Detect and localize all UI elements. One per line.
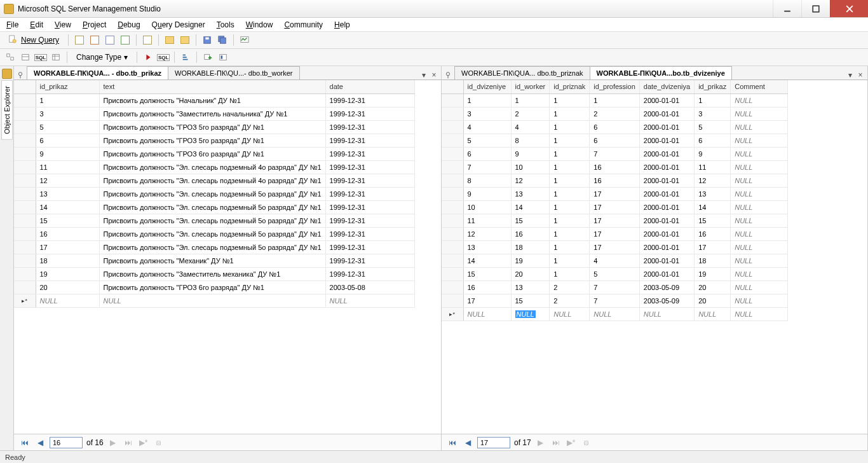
pin-icon[interactable]	[442, 71, 454, 79]
cell[interactable]: NULL	[731, 200, 788, 214]
cell[interactable]: 2000-01-01	[639, 214, 694, 227]
open-recent-button[interactable]	[179, 34, 191, 46]
cell[interactable]: 17	[590, 187, 639, 200]
cell[interactable]: 12	[511, 174, 550, 187]
cell[interactable]: 6	[695, 134, 731, 147]
cell[interactable]: NULL	[731, 254, 788, 267]
nav-new-button[interactable]: ▶*	[566, 437, 577, 448]
cell[interactable]: 2000-01-01	[639, 254, 694, 267]
cell[interactable]: 16	[463, 280, 511, 294]
cell[interactable]: 17	[590, 227, 639, 240]
column-header[interactable]: text	[99, 80, 325, 93]
cell[interactable]: Присвоить должность "Заместитель механик…	[99, 267, 325, 280]
cell[interactable]: 13	[511, 280, 550, 294]
nav-current-input[interactable]	[50, 437, 83, 448]
cell[interactable]: 1	[550, 187, 590, 200]
row-selector[interactable]	[14, 107, 36, 120]
save-button[interactable]	[201, 34, 214, 46]
cell[interactable]: 10	[463, 200, 511, 214]
cell[interactable]: 1999-12-31	[325, 174, 414, 187]
cell[interactable]: 14	[36, 200, 99, 214]
cell[interactable]: 1999-12-31	[325, 160, 414, 174]
cell[interactable]: 2000-01-01	[639, 160, 694, 174]
cell[interactable]: 8	[511, 134, 550, 147]
cell[interactable]: 16	[36, 227, 99, 240]
cell[interactable]: 16	[695, 227, 731, 240]
show-sql-button[interactable]: SQL	[34, 51, 47, 64]
tab-dropdown-icon[interactable]: ▾	[846, 71, 855, 79]
menu-community[interactable]: Community	[284, 20, 323, 29]
cell[interactable]: NULL	[639, 307, 694, 321]
maximize-button[interactable]	[801, 0, 830, 17]
cell[interactable]: 19	[36, 267, 99, 280]
cell[interactable]: 2	[511, 107, 550, 120]
cell[interactable]: NULL	[731, 93, 788, 107]
row-selector[interactable]	[14, 160, 36, 174]
cell[interactable]: Присвоить должность "Эл. слесарь подземн…	[99, 200, 325, 214]
menu-window[interactable]: Window	[246, 20, 273, 29]
cell[interactable]: 14	[511, 200, 550, 214]
cell[interactable]: Присвоить должность "ГРОЗ 5го разряда" Д…	[99, 134, 325, 147]
cell[interactable]: 18	[511, 240, 550, 254]
row-selector[interactable]	[14, 187, 36, 200]
sort-asc-button[interactable]	[179, 51, 192, 64]
cell[interactable]: NULL	[99, 294, 325, 307]
cell[interactable]: 7	[590, 294, 639, 307]
cell[interactable]: Присвоить должность "Эл. слесарь подземн…	[99, 187, 325, 200]
nav-stop-button[interactable]: ⦻	[581, 437, 592, 448]
row-selector[interactable]	[442, 240, 463, 254]
column-header[interactable]: date	[325, 80, 414, 93]
row-selector[interactable]	[14, 227, 36, 240]
execute-button[interactable]	[142, 51, 154, 64]
cell[interactable]: 19	[695, 267, 731, 280]
new-query-button[interactable]: New Query	[4, 34, 64, 46]
left-tab-1[interactable]: WORKABLE-ПК\QU...- dbo.tb_worker	[168, 66, 299, 79]
close-button[interactable]	[830, 0, 868, 17]
tb-btn-3[interactable]	[104, 34, 116, 46]
cell[interactable]: Присвоить должность "Эл. слесарь подземн…	[99, 227, 325, 240]
minimize-button[interactable]	[773, 0, 801, 17]
cell[interactable]: NULL	[731, 107, 788, 120]
cell[interactable]: NULL	[36, 294, 99, 307]
cell[interactable]: 1	[590, 93, 639, 107]
cell[interactable]: 5	[36, 120, 99, 134]
cell[interactable]: 20	[695, 280, 731, 294]
cell[interactable]: Присвоить должность "ГРОЗ 6го разряда" Д…	[99, 147, 325, 160]
cell[interactable]: 1	[550, 134, 590, 147]
cell[interactable]: 5	[463, 134, 511, 147]
row-selector[interactable]	[442, 93, 463, 107]
tb-btn-2[interactable]	[88, 34, 101, 46]
nav-last-button[interactable]: ⏭	[550, 437, 562, 448]
row-selector[interactable]	[442, 280, 463, 294]
cell[interactable]: 1999-12-31	[325, 147, 414, 160]
nav-current-input[interactable]	[477, 437, 510, 448]
row-selector[interactable]	[14, 134, 36, 147]
column-header[interactable]: Comment	[731, 80, 788, 93]
cell[interactable]: 1	[695, 93, 731, 107]
cell[interactable]: Присвоить должность "Эл. слесарь подземн…	[99, 174, 325, 187]
cell[interactable]: 1999-12-31	[325, 214, 414, 227]
cell[interactable]: 19	[511, 254, 550, 267]
row-selector[interactable]	[14, 240, 36, 254]
add-table-button[interactable]	[201, 51, 214, 64]
cell[interactable]: 17	[36, 240, 99, 254]
row-selector[interactable]	[442, 174, 463, 187]
tb-btn-1[interactable]	[73, 34, 86, 46]
cell[interactable]: 1999-12-31	[325, 254, 414, 267]
cell[interactable]: NULL	[731, 267, 788, 280]
row-selector[interactable]	[442, 147, 463, 160]
cell[interactable]: 17	[590, 214, 639, 227]
cell[interactable]: 1	[550, 240, 590, 254]
cell[interactable]: NULL	[731, 280, 788, 294]
cell[interactable]: Присвоить должность "Эл. слесарь подземн…	[99, 214, 325, 227]
cell[interactable]: 7	[463, 160, 511, 174]
right-tab-1[interactable]: WORKABLE-ПК\QUA...bo.tb_dvizeniye	[590, 66, 732, 79]
cell[interactable]: 2000-01-01	[639, 240, 694, 254]
row-selector[interactable]	[14, 280, 36, 294]
cell[interactable]: 1999-12-31	[325, 267, 414, 280]
cell[interactable]: 16	[511, 227, 550, 240]
cell[interactable]: 2000-01-01	[639, 147, 694, 160]
cell[interactable]: NULL	[511, 307, 550, 321]
row-selector[interactable]	[442, 107, 463, 120]
cell[interactable]: 2000-01-01	[639, 174, 694, 187]
